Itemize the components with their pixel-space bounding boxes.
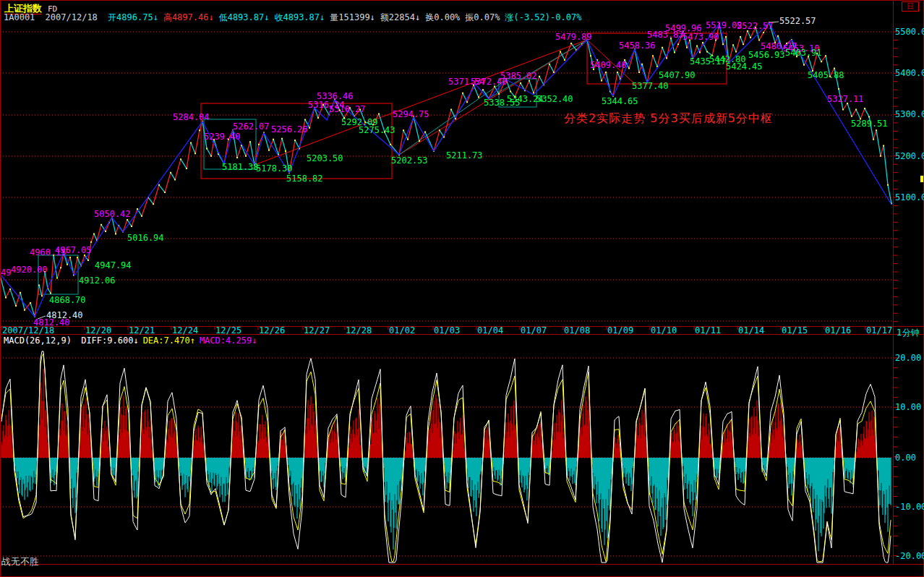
stock-code: 1A0001 bbox=[4, 12, 35, 22]
period-1min-label[interactable]: 1分钟 bbox=[897, 327, 920, 339]
quote-field-振: 振0.07% bbox=[465, 12, 500, 22]
day-period-button[interactable]: 日 bbox=[902, 1, 919, 12]
quote-row: 1A0001 2007/12/18 开4896.75↓高4897.46↓低489… bbox=[4, 12, 591, 24]
macd-fields: DIFF:9.600↓DEA:7.470↑MACD:4.259↓ bbox=[81, 335, 261, 346]
quote-field-额: 额22854↓ bbox=[380, 12, 420, 22]
macd-field-dea: DEA:7.470↑ bbox=[143, 335, 195, 346]
quote-fields: 开4896.75↓高4897.46↓低4893.87↓收4893.87↓量151… bbox=[108, 12, 586, 22]
macd-field-diff: DIFF:9.600↓ bbox=[81, 335, 138, 346]
trading-terminal: { "header": { "title": "上证指数", "mode": "… bbox=[0, 0, 924, 577]
macd-name: MACD(26,12,9) bbox=[4, 335, 72, 346]
quote-field-高: 高4897.46↓ bbox=[163, 12, 214, 22]
watermark-text: 战无不胜 bbox=[1, 555, 39, 568]
quote-field-低: 低4893.87↓ bbox=[219, 12, 270, 22]
price-chart-surface[interactable] bbox=[0, 0, 924, 577]
quote-field-开: 开4896.75↓ bbox=[108, 12, 158, 22]
quote-field-收: 收4893.87↓ bbox=[274, 12, 325, 22]
quote-field-涨: 涨(-3.52)-0.07% bbox=[505, 12, 581, 22]
chan-annotation-text: 分类2实际走势 5分3买后成新5分中枢 bbox=[564, 111, 773, 127]
macd-field-macd: MACD:4.259↓ bbox=[200, 335, 257, 346]
macd-indicator-row: MACD(26,12,9) DIFF:9.600↓DEA:7.470↑MACD:… bbox=[4, 335, 265, 346]
quote-field-量: 量151399↓ bbox=[330, 12, 375, 22]
quote-date: 2007/12/18 bbox=[46, 12, 98, 22]
quote-field-换: 换0.00% bbox=[425, 12, 460, 22]
